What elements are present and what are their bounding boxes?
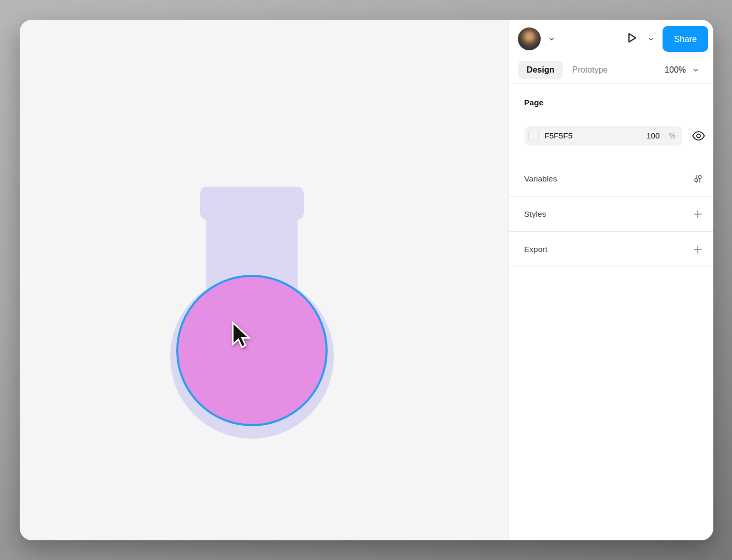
- user-avatar[interactable]: [518, 27, 541, 50]
- plus-icon: [692, 208, 704, 220]
- chevron-down-icon: [692, 66, 700, 74]
- header-divider: [509, 83, 713, 83]
- figma-window: Share Design Prototype 100% Page F5F5F5 …: [20, 20, 713, 540]
- share-button[interactable]: Share: [663, 26, 708, 52]
- open-variables-button[interactable]: [691, 172, 705, 186]
- color-hex-value[interactable]: F5F5F5: [544, 131, 572, 141]
- avatar-dropdown-button[interactable]: [546, 34, 557, 44]
- add-export-button[interactable]: [691, 243, 705, 256]
- opacity-value[interactable]: 100: [646, 131, 660, 141]
- section-variables[interactable]: Variables: [509, 161, 713, 197]
- zoom-level[interactable]: 100%: [650, 61, 686, 79]
- sliders-icon: [692, 173, 704, 185]
- present-dropdown-button[interactable]: [645, 34, 656, 44]
- right-sidebar: Share Design Prototype 100% Page F5F5F5 …: [509, 20, 713, 540]
- section-label: Export: [524, 245, 547, 254]
- color-swatch[interactable]: [528, 131, 539, 141]
- mouse-cursor-icon: [230, 321, 251, 349]
- chevron-down-icon: [547, 35, 556, 43]
- plus-icon: [692, 243, 704, 256]
- tab-prototype[interactable]: Prototype: [563, 61, 617, 79]
- design-canvas[interactable]: [20, 20, 509, 540]
- section-label: Styles: [524, 209, 546, 219]
- visibility-toggle-button[interactable]: [691, 128, 706, 144]
- flask-cap[interactable]: [200, 187, 304, 220]
- panel-sections: Variables Styles: [509, 161, 713, 267]
- present-button[interactable]: [623, 30, 640, 46]
- flask-shape[interactable]: [20, 20, 509, 540]
- page-color-row[interactable]: F5F5F5 100 %: [525, 126, 682, 146]
- tab-design[interactable]: Design: [518, 61, 563, 79]
- opacity-unit: %: [669, 132, 675, 140]
- zoom-dropdown-button[interactable]: [691, 65, 701, 75]
- eye-icon: [692, 130, 706, 142]
- potion-circle[interactable]: [177, 276, 327, 425]
- add-style-button[interactable]: [691, 207, 705, 221]
- page-section-title: Page: [524, 98, 543, 107]
- section-label: Variables: [524, 174, 557, 184]
- chevron-down-icon: [647, 35, 655, 43]
- play-icon: [624, 31, 639, 45]
- section-export[interactable]: Export: [509, 232, 713, 267]
- section-styles[interactable]: Styles: [509, 197, 713, 232]
